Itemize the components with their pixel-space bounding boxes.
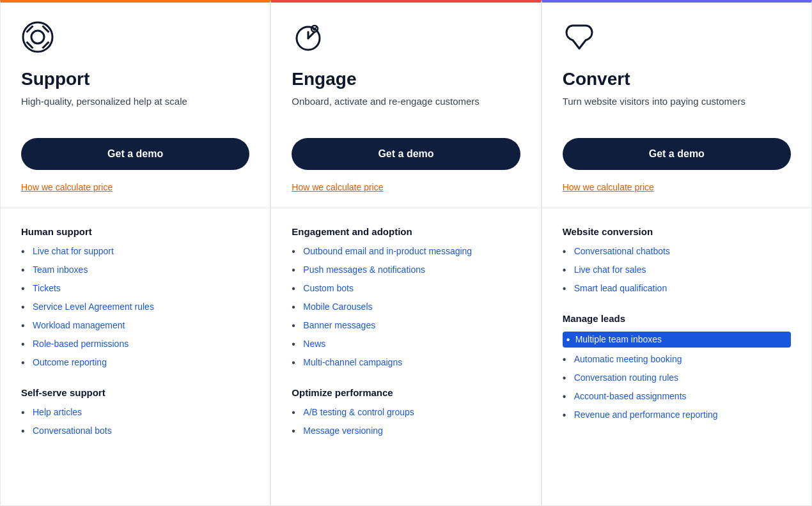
list-item: Banner messages bbox=[292, 319, 520, 332]
engage-icon bbox=[292, 20, 327, 56]
feature-section-title-support-0: Human support bbox=[21, 226, 249, 237]
feature-list-support-0: Live chat for supportTeam inboxesTickets… bbox=[21, 245, 249, 369]
card-title-engage: Engage bbox=[292, 69, 520, 89]
card-title-convert: Convert bbox=[563, 69, 791, 89]
list-item: Multiple team inboxes bbox=[563, 332, 791, 348]
list-item: Conversational chatbots bbox=[563, 245, 791, 258]
list-item: Workload management bbox=[21, 319, 249, 332]
list-item: Outbound email and in-product messaging bbox=[292, 245, 520, 258]
list-item: Team inboxes bbox=[21, 263, 249, 277]
pricing-card-support: SupportHigh-quality, personalized help a… bbox=[0, 0, 270, 506]
feature-list-convert-1: Multiple team inboxesAutomatic meeting b… bbox=[563, 332, 791, 422]
card-header-engage: EngageOnboard, activate and re-engage cu… bbox=[271, 3, 540, 208]
feature-section-convert-0: Website conversionConversational chatbot… bbox=[563, 226, 791, 295]
svg-point-0 bbox=[23, 22, 52, 52]
calc-price-link-engage[interactable]: How we calculate price bbox=[292, 182, 383, 192]
list-item: Service Level Agreement rules bbox=[21, 300, 249, 314]
list-item: Tickets bbox=[21, 282, 249, 295]
feature-section-title-engage-0: Engagement and adoption bbox=[292, 226, 520, 237]
list-item: Outcome reporting bbox=[21, 356, 249, 369]
list-item: Push messages & notifications bbox=[292, 263, 520, 277]
svg-point-1 bbox=[31, 31, 44, 43]
list-item: Account-based assignments bbox=[563, 390, 791, 403]
card-description-support: High-quality, personalized help at scale bbox=[21, 96, 249, 124]
list-item: Automatic meeting booking bbox=[563, 353, 791, 366]
calc-price-link-support[interactable]: How we calculate price bbox=[21, 182, 113, 192]
list-item: Conversation routing rules bbox=[563, 371, 791, 385]
list-item: Smart lead qualification bbox=[563, 282, 791, 295]
list-item: Multi-channel campaigns bbox=[292, 356, 520, 369]
feature-section-title-engage-1: Optimize performance bbox=[292, 387, 520, 398]
support-icon bbox=[21, 20, 57, 56]
card-features-convert: Website conversionConversational chatbot… bbox=[542, 208, 811, 505]
feature-section-engage-1: Optimize performanceA/B testing & contro… bbox=[292, 387, 520, 438]
get-demo-button-convert[interactable]: Get a demo bbox=[563, 138, 791, 170]
card-title-support: Support bbox=[21, 69, 249, 89]
feature-section-engage-0: Engagement and adoptionOutbound email an… bbox=[292, 226, 520, 369]
feature-list-convert-0: Conversational chatbotsLive chat for sal… bbox=[563, 245, 791, 295]
feature-list-support-1: Help articlesConversational bots bbox=[21, 406, 249, 438]
get-demo-button-support[interactable]: Get a demo bbox=[21, 138, 249, 170]
calc-price-link-convert[interactable]: How we calculate price bbox=[563, 182, 654, 192]
list-item: Live chat for sales bbox=[563, 263, 791, 277]
card-features-engage: Engagement and adoptionOutbound email an… bbox=[271, 208, 540, 505]
card-description-convert: Turn website visitors into paying custom… bbox=[563, 96, 791, 124]
feature-list-engage-0: Outbound email and in-product messagingP… bbox=[292, 245, 520, 369]
feature-section-support-0: Human supportLive chat for supportTeam i… bbox=[21, 226, 249, 369]
feature-section-convert-1: Manage leadsMultiple team inboxesAutomat… bbox=[563, 313, 791, 422]
feature-list-engage-1: A/B testing & control groupsMessage vers… bbox=[292, 406, 520, 438]
pricing-card-convert: ConvertTurn website visitors into paying… bbox=[542, 0, 812, 506]
feature-section-title-convert-1: Manage leads bbox=[563, 313, 791, 324]
list-item: Help articles bbox=[21, 406, 249, 419]
list-item: Live chat for support bbox=[21, 245, 249, 258]
card-description-engage: Onboard, activate and re-engage customer… bbox=[292, 96, 520, 124]
list-item: Conversational bots bbox=[21, 424, 249, 438]
card-header-support: SupportHigh-quality, personalized help a… bbox=[1, 3, 270, 208]
list-item: Custom bots bbox=[292, 282, 520, 295]
card-header-convert: ConvertTurn website visitors into paying… bbox=[542, 3, 811, 208]
list-item: Mobile Carousels bbox=[292, 300, 520, 314]
convert-icon bbox=[563, 20, 598, 56]
feature-section-title-support-1: Self-serve support bbox=[21, 387, 249, 398]
list-item: Revenue and performance reporting bbox=[563, 408, 791, 422]
pricing-card-engage: EngageOnboard, activate and re-engage cu… bbox=[270, 0, 541, 506]
list-item: News bbox=[292, 337, 520, 351]
get-demo-button-engage[interactable]: Get a demo bbox=[292, 138, 520, 170]
pricing-grid: SupportHigh-quality, personalized help a… bbox=[0, 0, 812, 506]
feature-section-support-1: Self-serve supportHelp articlesConversat… bbox=[21, 387, 249, 438]
list-item: Role-based permissions bbox=[21, 337, 249, 351]
feature-section-title-convert-0: Website conversion bbox=[563, 226, 791, 237]
card-features-support: Human supportLive chat for supportTeam i… bbox=[1, 208, 270, 505]
list-item: Message versioning bbox=[292, 424, 520, 438]
list-item: A/B testing & control groups bbox=[292, 406, 520, 419]
